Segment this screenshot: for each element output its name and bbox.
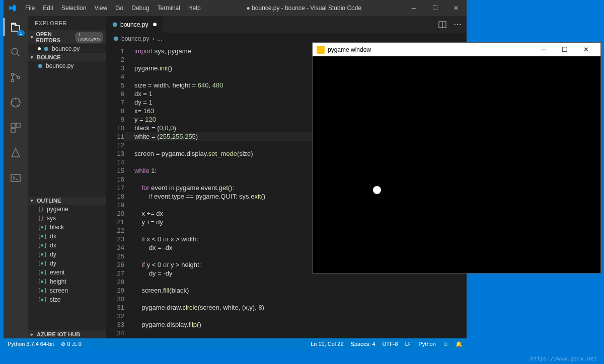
variable-icon: [▪]	[38, 242, 47, 248]
split-editor-icon[interactable]	[438, 21, 446, 29]
outline-item[interactable]: [▪]height	[28, 277, 106, 286]
azure-icon[interactable]	[9, 146, 23, 160]
terminal-icon[interactable]	[9, 171, 23, 185]
error-count: 0	[67, 341, 70, 347]
outline-list: {}pygame{}sys[▪]black[▪]dx[▪]dx[▪]dy[▪]d…	[28, 205, 106, 331]
minimize-button[interactable]: ─	[403, 0, 424, 16]
open-editor-item[interactable]: ⬢ bounce.py	[28, 44, 106, 53]
pygame-titlebar: pygame window ─ ☐ ✕	[313, 43, 600, 56]
folder-header[interactable]: ▾ BOUNCE	[28, 53, 106, 61]
variable-icon: [▪]	[38, 224, 47, 230]
outline-item[interactable]: [▪]size	[28, 295, 106, 304]
search-icon[interactable]	[9, 45, 23, 59]
svg-point-3	[18, 76, 20, 79]
watermark: https://www.gzcx.net	[531, 355, 597, 362]
titlebar: FileEditSelectionViewGoDebugTerminalHelp…	[4, 0, 467, 16]
chevron-right-icon: ▸	[31, 332, 37, 337]
maximize-button[interactable]: ☐	[554, 43, 575, 56]
outline-item-name: screen	[50, 287, 68, 294]
outline-item-name: dy	[50, 260, 56, 267]
window-title: ● bounce.py - bounce - Visual Studio Cod…	[205, 5, 403, 12]
breadcrumb-more: ...	[157, 35, 162, 42]
more-icon[interactable]: ⋯	[454, 20, 462, 29]
outline-item[interactable]: [▪]screen	[28, 286, 106, 295]
menu-edit[interactable]: Edit	[39, 2, 57, 15]
feedback-icon[interactable]: ☺	[443, 341, 448, 347]
bouncing-ball	[373, 186, 381, 194]
python-file-icon: ⬢	[113, 35, 118, 42]
outline-item[interactable]: [▪]event	[28, 268, 106, 277]
sidebar: EXPLORER ▾ OPEN EDITORS 1 UNSAVED ⬢ boun…	[28, 16, 106, 338]
window-controls: ─ ☐ ✕	[403, 0, 467, 16]
tab-label: bounce.py	[120, 21, 148, 28]
status-python[interactable]: Python 3.7.4 64-bit	[8, 341, 54, 347]
namespace-icon: {}	[38, 215, 44, 221]
activity-bar: 1	[4, 16, 28, 338]
menu-terminal[interactable]: Terminal	[154, 2, 184, 15]
extensions-icon[interactable]	[9, 121, 23, 135]
status-eol[interactable]: LF	[405, 341, 412, 347]
variable-icon: [▪]	[38, 297, 47, 302]
menu-file[interactable]: File	[21, 2, 39, 15]
explorer-icon[interactable]: 1	[9, 20, 23, 34]
pygame-canvas	[313, 56, 600, 273]
breadcrumb-sep: ›	[152, 35, 154, 42]
menu-selection[interactable]: Selection	[57, 2, 90, 15]
outline-item[interactable]: [▪]black	[28, 223, 106, 232]
close-button[interactable]: ✕	[575, 43, 596, 56]
pygame-window: pygame window ─ ☐ ✕	[312, 42, 601, 274]
status-lncol[interactable]: Ln 11, Col 22	[311, 341, 343, 347]
outline-label: OUTLINE	[37, 198, 61, 204]
azure-header[interactable]: ▸ AZURE IOT HUB	[28, 330, 106, 338]
menu-go[interactable]: Go	[111, 2, 127, 15]
outline-item[interactable]: [▪]dy	[28, 259, 106, 268]
close-button[interactable]: ✕	[445, 0, 467, 16]
variable-icon: [▪]	[38, 269, 47, 275]
source-control-icon[interactable]	[9, 70, 23, 84]
error-icon: ⊘	[61, 341, 67, 347]
svg-point-1	[12, 73, 14, 76]
svg-rect-8	[11, 174, 20, 181]
outline-item-name: black	[50, 224, 64, 231]
outline-item[interactable]: [▪]dx	[28, 232, 106, 241]
maximize-button[interactable]: ☐	[424, 0, 445, 16]
status-spaces[interactable]: Spaces: 4	[351, 341, 375, 347]
variable-icon: [▪]	[38, 260, 47, 266]
sidebar-title: EXPLORER	[28, 16, 106, 30]
status-lang[interactable]: Python	[419, 341, 436, 347]
modified-dot-icon	[153, 23, 157, 26]
folder-label: BOUNCE	[37, 54, 61, 60]
status-bar: Python 3.7.4 64-bit ⊘ 0 ⚠ 0 Ln 11, Col 2…	[4, 338, 467, 349]
modified-dot-icon	[38, 47, 41, 50]
menu-debug[interactable]: Debug	[127, 2, 153, 15]
outline-item-name: dx	[50, 242, 56, 249]
outline-item-name: dy	[50, 251, 56, 258]
menu-bar: FileEditSelectionViewGoDebugTerminalHelp	[21, 2, 205, 15]
menu-help[interactable]: Help	[184, 2, 205, 15]
outline-item[interactable]: [▪]dx	[28, 241, 106, 250]
outline-item[interactable]: {}pygame	[28, 205, 106, 214]
status-encoding[interactable]: UTF-8	[383, 341, 398, 347]
chevron-down-icon: ▾	[31, 198, 37, 203]
open-editors-label: OPEN EDITORS	[36, 31, 72, 43]
outline-item[interactable]: [▪]dy	[28, 250, 106, 259]
bell-icon[interactable]: 🔔	[456, 341, 463, 347]
minimize-button[interactable]: ─	[533, 43, 554, 56]
menu-view[interactable]: View	[90, 2, 111, 15]
namespace-icon: {}	[38, 206, 44, 212]
outline-item-name: event	[50, 269, 64, 276]
outline-item[interactable]: {}sys	[28, 214, 106, 223]
outline-item-name: height	[50, 278, 66, 285]
debug-icon[interactable]	[9, 96, 23, 110]
pygame-window-controls: ─ ☐ ✕	[533, 43, 596, 56]
variable-icon: [▪]	[38, 288, 47, 293]
editor-actions: ⋯	[433, 16, 467, 33]
file-item[interactable]: ⬢ bounce.py	[28, 61, 106, 70]
status-problems[interactable]: ⊘ 0 ⚠ 0	[61, 341, 81, 347]
outline-header[interactable]: ▾ OUTLINE	[28, 197, 106, 205]
vscode-logo-icon	[4, 4, 21, 12]
open-editors-header[interactable]: ▾ OPEN EDITORS 1 UNSAVED	[28, 30, 106, 44]
editor-tab[interactable]: ⬢ bounce.py	[106, 16, 163, 33]
svg-rect-7	[11, 128, 15, 132]
chevron-down-icon: ▾	[31, 55, 37, 60]
